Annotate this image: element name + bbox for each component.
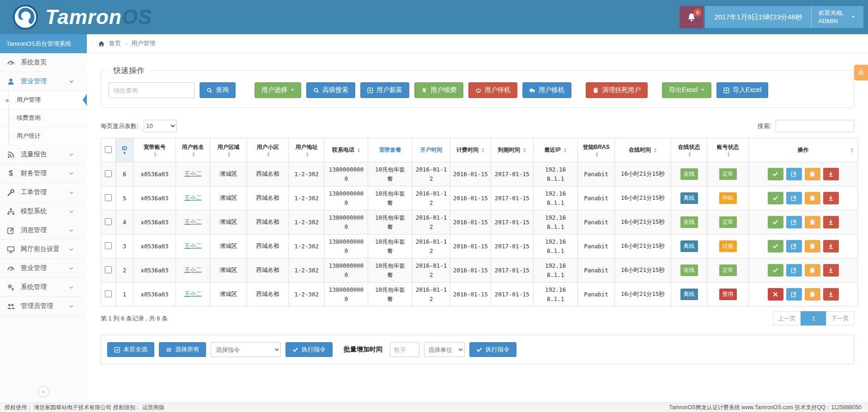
check-action-button[interactable] xyxy=(768,264,783,277)
cell-text: 10兆包年套餐 xyxy=(374,189,407,207)
cross-action-button[interactable] xyxy=(768,288,783,301)
download-action-button[interactable] xyxy=(823,192,839,204)
column-header-ip[interactable]: 最近IP▲▼ xyxy=(534,138,578,162)
column-header-id[interactable]: ID▼ xyxy=(116,138,134,162)
column-header-bill_date[interactable]: 计费时间▲▼ xyxy=(450,138,491,162)
check-action-button[interactable] xyxy=(768,168,783,180)
row-select-cell xyxy=(101,283,116,307)
row-checkbox[interactable] xyxy=(105,242,112,249)
column-header-online_status[interactable]: 在线状态▲▼ xyxy=(671,138,707,162)
cell-text: 2016-01-12 xyxy=(414,285,449,303)
column-header-account_status[interactable]: 账号状态▲▼ xyxy=(707,138,749,162)
table-search-input[interactable] xyxy=(776,120,854,132)
row-checkbox[interactable] xyxy=(105,266,112,273)
download-action-button[interactable] xyxy=(823,288,839,301)
toolbar-button-7[interactable]: 清理挂死用户 xyxy=(586,82,648,98)
toolbar-button-2[interactable]: 高级搜索 xyxy=(306,82,355,98)
edit-action-button[interactable] xyxy=(786,216,802,228)
edit-action-button[interactable] xyxy=(786,192,802,204)
select-page-button[interactable]: 本页全选 xyxy=(107,342,154,357)
download-action-button[interactable] xyxy=(823,264,839,277)
trash-action-button[interactable] xyxy=(805,240,820,252)
sidebar-item-1[interactable]: 营业管理 xyxy=(0,72,87,91)
user-name-link[interactable]: 王小二 xyxy=(184,218,202,225)
column-header-account[interactable]: 宽带账号▲▼ xyxy=(134,138,176,162)
toolbar-button-9[interactable]: 导入Excel xyxy=(716,82,768,98)
combined-search-input[interactable] xyxy=(109,82,194,98)
execute-batch-time-button[interactable]: 执行指令 xyxy=(469,342,516,357)
sidebar-subitem-1[interactable]: 续费查询 xyxy=(0,109,87,127)
prev-page-button[interactable]: 上一页 xyxy=(773,311,801,326)
trash-action-button[interactable] xyxy=(805,192,820,204)
execute-command-button[interactable]: 执行指令 xyxy=(285,342,333,357)
settings-gear-tab[interactable] xyxy=(854,65,868,80)
check-action-button[interactable] xyxy=(768,192,783,204)
column-header-actions[interactable]: 操作▲▼ xyxy=(749,138,858,162)
sidebar-item-8[interactable]: 营业管理 xyxy=(0,259,87,278)
row-checkbox[interactable] xyxy=(105,218,112,225)
sidebar-subitem-0[interactable]: »用户管理 xyxy=(0,91,87,109)
column-header-community[interactable]: 用户小区▲▼ xyxy=(247,138,289,162)
sidebar-item-3[interactable]: $财务管理 xyxy=(0,164,87,183)
user-name-link[interactable]: 王小二 xyxy=(184,290,202,297)
user-name-link[interactable]: 王小二 xyxy=(184,170,202,177)
batch-number-input[interactable] xyxy=(390,342,419,357)
user-name-link[interactable]: 王小二 xyxy=(184,266,202,273)
row-checkbox[interactable] xyxy=(105,194,112,201)
per-page-select[interactable]: 10 xyxy=(144,120,177,132)
sidebar-item-5[interactable]: 模型系统 xyxy=(0,202,87,221)
user-name-link[interactable]: 王小二 xyxy=(184,242,202,249)
sidebar-subitem-2[interactable]: 用户统计 xyxy=(0,127,87,145)
toolbar-button-8[interactable]: 导出Excel▼ xyxy=(662,82,711,98)
notifications-button[interactable]: 8 xyxy=(680,6,704,28)
sidebar-item-2[interactable]: 流量报告 xyxy=(0,145,87,164)
breadcrumb-home[interactable]: 首页 xyxy=(109,39,121,48)
trash-action-button[interactable] xyxy=(805,264,820,277)
sidebar-collapse-button[interactable]: « xyxy=(38,386,49,397)
sidebar-item-6[interactable]: 消息管理 xyxy=(0,221,87,240)
column-header-region[interactable]: 用户区域▲▼ xyxy=(210,138,247,162)
column-header-address[interactable]: 用户地址▲▼ xyxy=(289,138,325,162)
toolbar-button-4[interactable]: ¥用户续费 xyxy=(414,82,463,98)
toolbar-button-1[interactable]: 用户选择▼ xyxy=(255,82,301,98)
current-page-button[interactable]: 1 xyxy=(801,311,826,326)
unit-select[interactable]: 选择单位 xyxy=(424,342,465,357)
column-header-expire_date[interactable]: 到期时间▲▼ xyxy=(491,138,534,162)
check-action-button[interactable] xyxy=(768,216,783,228)
submenu-marker: » xyxy=(5,96,9,105)
sidebar-item-4[interactable]: 工单管理 xyxy=(0,183,87,202)
select-all-button[interactable]: 选择所有 xyxy=(159,342,206,357)
sidebar-item-10[interactable]: 管理员管理 xyxy=(0,297,87,316)
select-all-checkbox[interactable] xyxy=(105,146,112,153)
edit-action-button[interactable] xyxy=(786,264,802,277)
toolbar-button-0[interactable]: 查询 xyxy=(200,82,236,98)
check-action-button[interactable] xyxy=(768,240,783,252)
command-select[interactable]: 选择指令 xyxy=(211,342,281,357)
row-checkbox[interactable] xyxy=(105,290,112,297)
user-menu[interactable]: 欢迎光临,ADMIN ▼ xyxy=(811,6,863,28)
download-action-button[interactable] xyxy=(823,216,839,228)
download-action-button[interactable] xyxy=(823,168,839,180)
toolbar-button-6[interactable]: 用户移机 xyxy=(522,82,571,98)
column-header-plan[interactable]: 宽带套餐 xyxy=(368,138,413,162)
trash-action-button[interactable] xyxy=(805,168,820,180)
toolbar-button-3[interactable]: 用户新装 xyxy=(360,82,409,98)
edit-action-button[interactable] xyxy=(786,168,802,180)
edit-action-button[interactable] xyxy=(786,240,802,252)
sidebar-item-7[interactable]: 网厅前台设置 xyxy=(0,240,87,259)
column-header-phone[interactable]: 联系电话▲▼ xyxy=(325,138,368,162)
trash-action-button[interactable] xyxy=(805,216,820,228)
column-header-online_time[interactable]: 在线时间▲▼ xyxy=(615,138,671,162)
sidebar-item-9[interactable]: 系统管理 xyxy=(0,278,87,297)
column-header-bras[interactable]: 登陆BRAS▲▼ xyxy=(578,138,615,162)
download-action-button[interactable] xyxy=(823,240,839,252)
toolbar-button-5[interactable]: 用户停机 xyxy=(468,82,517,98)
next-page-button[interactable]: 下一页 xyxy=(826,311,854,326)
user-name-link[interactable]: 王小二 xyxy=(184,194,202,201)
trash-action-button[interactable] xyxy=(805,288,820,301)
column-header-name[interactable]: 用户姓名▲▼ xyxy=(176,138,210,162)
sidebar-item-0[interactable]: 系统首页 xyxy=(0,53,87,72)
edit-action-button[interactable] xyxy=(786,288,802,301)
column-header-open_date[interactable]: 开户时间 xyxy=(413,138,450,162)
row-checkbox[interactable] xyxy=(105,170,112,177)
